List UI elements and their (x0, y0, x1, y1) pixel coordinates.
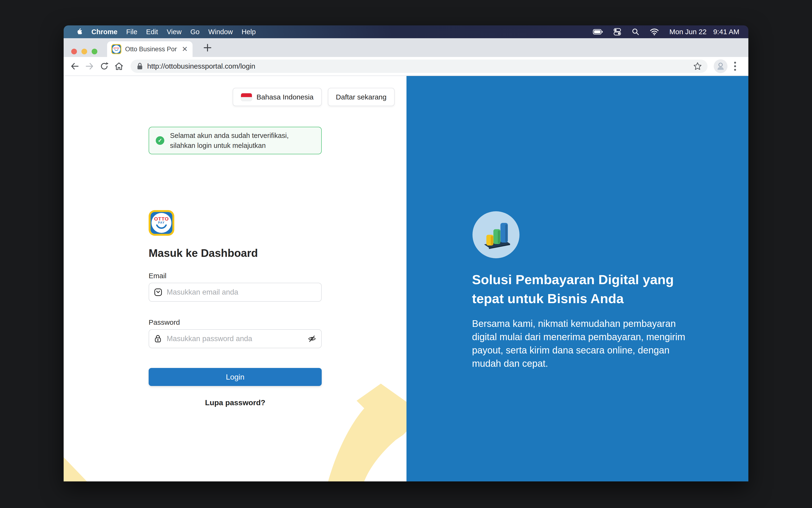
zoom-window-button[interactable] (92, 49, 97, 54)
back-button[interactable] (69, 61, 80, 72)
menubar-time: 9:41 AM (713, 28, 739, 36)
browser-toolbar: http://ottobusinessportal.com/login (63, 57, 749, 76)
ottopay-logo: OTTO PAY (148, 210, 174, 236)
toggle-password-visibility-icon[interactable] (307, 335, 316, 343)
menubar-item-window[interactable]: Window (208, 28, 233, 36)
login-heading: Masuk ke Dashboard (148, 247, 322, 259)
login-button[interactable]: Login (148, 368, 322, 386)
bar-chart-icon (472, 211, 519, 258)
lock-icon[interactable] (136, 62, 143, 70)
email-icon (154, 288, 162, 296)
login-panel: Bahasa Indonesia Daftar sekarang ✓ Selam… (63, 76, 407, 481)
home-button[interactable] (114, 61, 124, 72)
indonesia-flag-icon (241, 93, 252, 101)
close-window-button[interactable] (71, 49, 77, 54)
menubar-item-file[interactable]: File (126, 28, 137, 36)
menubar-item-chrome[interactable]: Chrome (91, 28, 118, 36)
alert-message: Selamat akun anda sudah terverifikasi, s… (170, 131, 314, 151)
address-bar[interactable]: http://ottobusinessportal.com/login (131, 59, 708, 73)
forward-button[interactable] (84, 61, 95, 72)
minimize-window-button[interactable] (81, 49, 87, 54)
menubar-item-edit[interactable]: Edit (146, 28, 158, 36)
password-input[interactable] (148, 329, 322, 348)
browser-tab[interactable]: OTTO Otto Business Portal ✕ (107, 41, 193, 57)
macos-menubar: Chrome File Edit View Go Window Help Mon… (63, 26, 749, 38)
register-button[interactable]: Daftar sekarang (328, 88, 395, 106)
hero-body: Bersama kami, nikmati kemudahan pembayar… (472, 317, 694, 370)
hero-panel: Solusi Pembayaran Digital yang tepat unt… (407, 76, 749, 481)
battery-icon[interactable] (593, 29, 603, 35)
language-button[interactable]: Bahasa Indonesia (233, 88, 322, 106)
apple-logo-icon[interactable] (76, 28, 83, 36)
forgot-password-link[interactable]: Lupa password? (148, 398, 322, 407)
email-input[interactable] (148, 283, 322, 302)
tab-title: Otto Business Portal (125, 46, 177, 53)
login-form: OTTO PAY Masuk ke Dashboard Email Passwo… (148, 210, 322, 407)
menubar-date: Mon Jun 22 (669, 28, 707, 36)
tab-close-icon[interactable]: ✕ (181, 46, 189, 53)
browser-menu-icon[interactable] (734, 61, 736, 72)
menubar-item-help[interactable]: Help (242, 28, 256, 36)
browser-window: Chrome File Edit View Go Window Help Mon… (63, 26, 749, 481)
url-text[interactable]: http://ottobusinessportal.com/login (147, 62, 255, 70)
menubar-item-view[interactable]: View (167, 28, 181, 36)
lock-field-icon (154, 335, 162, 343)
tab-strip: OTTO Otto Business Portal ✕ (63, 38, 749, 57)
email-label: Email (148, 272, 322, 280)
new-tab-button[interactable] (202, 42, 213, 53)
success-alert: ✓ Selamat akun anda sudah terverifikasi,… (148, 127, 322, 154)
hero-heading: Solusi Pembayaran Digital yang tepat unt… (472, 270, 702, 308)
check-circle-icon: ✓ (156, 136, 164, 145)
page-content: Bahasa Indonesia Daftar sekarang ✓ Selam… (63, 76, 749, 481)
tab-favicon: OTTO (111, 44, 121, 54)
smile-icon (155, 224, 168, 229)
control-center-icon[interactable] (613, 28, 621, 36)
profile-avatar-icon[interactable] (714, 59, 727, 73)
menubar-item-go[interactable]: Go (190, 28, 200, 36)
password-label: Password (148, 318, 322, 326)
bookmark-star-icon[interactable] (693, 62, 702, 71)
spotlight-search-icon[interactable] (632, 28, 639, 36)
reload-button[interactable] (99, 61, 110, 72)
wifi-icon[interactable] (650, 28, 659, 35)
